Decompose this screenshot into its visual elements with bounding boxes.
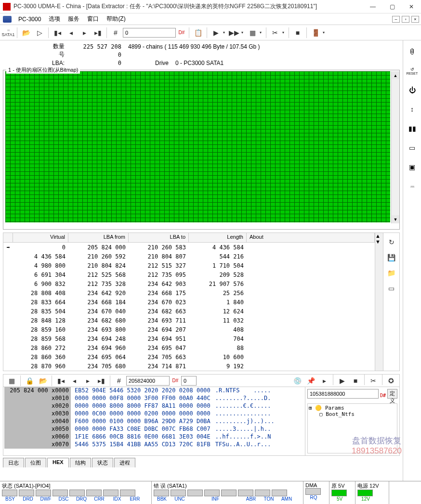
hex-offset-input[interactable] [181,376,197,386]
hex-row[interactable]: x00705446 5375 15B4 41BB AA55 CD13 720C … [3,441,305,449]
stop-icon[interactable]: ■ [291,26,304,39]
hex-grid-icon[interactable]: ▦ [5,375,18,387]
side-reset-icon[interactable]: ↺RESET [406,65,419,77]
hex-compass-icon[interactable]: ✪ [385,375,397,387]
menu-services[interactable]: 服务 [64,14,83,24]
sata-selector[interactable]: ⎓SATA1 [2,26,14,39]
tools-icon[interactable]: ✂ [269,26,281,39]
chain-scrollbar[interactable]: ▲ ▼ [375,233,383,371]
side-db-icon[interactable]: 🛢 [406,45,419,58]
hex-row[interactable]: x00500000 0000 FA33 C08E D0BC 007C FB68 … [3,426,305,433]
table-row[interactable]: ➡0205 824 000210 260 5834 436 584 [3,243,375,252]
table-row[interactable]: 28 808 408234 642 920234 668 17525 256 [3,288,375,297]
hex-row[interactable]: x0040F600 0000 0100 0000 B96A 29D0 A729 … [3,418,305,426]
side-connector-icon[interactable]: ⎓ [406,180,419,193]
table-row[interactable]: 4 980 800210 804 824212 515 3271 710 504 [3,261,375,270]
mdi-minimize[interactable]: – [392,16,400,23]
params-input[interactable] [307,389,379,399]
params-marker[interactable]: D# [380,389,386,401]
col-lba-to[interactable]: LBA to [129,233,189,242]
hex-play-icon[interactable]: ▶ [336,375,348,387]
exit-icon[interactable]: 🚪 [309,26,322,39]
tab-日志[interactable]: 日志 [3,458,24,467]
menu-help[interactable]: 帮助(Z) [103,14,129,24]
next-icon[interactable]: ▸ [78,26,91,39]
col-length[interactable]: Length [189,233,247,242]
app-name[interactable]: PC-3000 [14,15,45,24]
hex-lba-input[interactable] [126,376,170,386]
play-icon[interactable]: ▶ [210,26,222,39]
scroll-down-icon[interactable]: ▼ [392,215,399,223]
hex-disk-icon[interactable]: 💿 [291,375,303,387]
hash-icon[interactable]: # [109,26,122,39]
refresh-icon[interactable]: ↻ [385,236,398,248]
hex-row[interactable]: x00601F1E 6866 00CB 8816 0E00 6681 3E03 … [3,433,305,441]
close-button[interactable]: ✕ [402,0,421,13]
table-row[interactable]: 6 691 304212 525 568212 735 095209 528 [3,270,375,279]
hex-stop-icon[interactable]: ■ [349,375,362,387]
define-button[interactable]: 定义 [387,389,397,399]
tree-boot-ntfs[interactable]: ▢ Boot_Ntfs [309,411,396,417]
prev-icon[interactable]: ◂ [65,26,77,39]
mdi-restore[interactable]: ▫ [402,16,409,23]
hex-next-icon[interactable]: ▸ [81,375,94,387]
hex-pin-icon[interactable]: 📌 [304,375,317,387]
tab-状态[interactable]: 状态 [92,458,113,467]
hex-first-icon[interactable]: ▮◂ [54,375,67,387]
hex-hash-icon[interactable]: # [113,375,125,387]
hex-nav-icon[interactable]: ▸ [318,375,330,387]
side-pause-icon[interactable]: ▮▮ [406,122,419,135]
copy-icon[interactable]: 📋 [192,26,204,39]
grid-icon[interactable]: ▦ [246,26,259,39]
table-row[interactable]: 28 860 272234 694 960234 695 04788 [3,343,375,352]
mdi-close[interactable]: × [411,16,419,23]
col-virtual[interactable]: Virtual [13,233,68,242]
tab-进程[interactable]: 进程 [114,458,135,467]
menu-window[interactable]: 窗口 [83,14,103,24]
scroll-up-icon[interactable]: ▲ [392,71,399,79]
table-row[interactable]: 28 870 960234 705 680234 714 8719 192 [3,362,375,371]
run-icon[interactable]: ▷ [33,26,46,39]
tab-HEX[interactable]: HEX [47,458,69,467]
table-row[interactable]: 28 860 360234 695 064234 705 66310 600 [3,352,375,362]
table-row[interactable]: 28 833 664234 668 184234 670 0231 840 [3,297,375,307]
hex-marker[interactable]: D# [171,375,180,387]
hex-tools-icon[interactable]: ✂ [367,375,380,387]
hex-row[interactable]: 205 824 000 x0000EB52 904E 5446 5320 202… [3,387,305,395]
marker-d[interactable]: D# [177,26,186,39]
maximize-button[interactable]: ▢ [382,0,402,13]
save-icon[interactable]: 💾 [385,251,398,264]
fast-play-icon[interactable]: ▶▶ [228,26,240,39]
table-row[interactable]: 28 859 160234 693 800234 694 207408 [3,325,375,334]
tab-位图[interactable]: 位图 [25,458,46,467]
hex-lock-icon[interactable]: 🔒 [23,375,36,387]
doc-icon[interactable]: ▭ [385,282,398,295]
scroll-down-icon[interactable]: ▼ [375,239,383,245]
hex-row[interactable]: x00100000 0000 00F8 0000 3F00 FF00 00A0 … [3,395,305,402]
scroll-up-icon[interactable]: ▲ [375,233,383,239]
table-row[interactable]: 28 848 128234 682 680234 693 71111 032 [3,316,375,325]
open-icon[interactable]: 📂 [20,26,32,39]
lba-input[interactable] [123,28,176,38]
hex-last-icon[interactable]: ▸▮ [95,375,107,387]
folder-icon[interactable]: 📁 [385,267,398,279]
hex-open-icon[interactable]: 📂 [37,375,49,387]
table-row[interactable]: 28 835 504234 670 040234 682 66312 624 [3,307,375,316]
first-icon[interactable]: ▮◂ [51,26,64,39]
side-power-icon[interactable]: ⏻ [406,84,419,96]
side-chip-icon[interactable]: ▣ [406,161,419,173]
table-row[interactable]: 6 900 832212 735 328234 642 90321 907 57… [3,279,375,288]
side-signal-icon[interactable]: ↕ [406,103,419,116]
table-row[interactable]: 4 436 584210 260 592210 804 807544 216 [3,252,375,261]
side-monitor-icon[interactable]: ▭ [406,142,419,154]
bitmap-grid[interactable] [5,71,390,222]
col-lba-from[interactable]: LBA from [68,233,129,242]
tab-结构[interactable]: 结构 [70,458,91,467]
hex-row[interactable]: x00200000 0000 8000 8000 FF87 8A11 0000 … [3,402,305,410]
last-icon[interactable]: ▸▮ [92,26,104,39]
table-row[interactable]: 28 859 568234 694 248234 694 951704 [3,334,375,343]
tree-params[interactable]: ⊞ 🟡 Params [309,405,396,411]
menu-options[interactable]: 选项 [45,14,64,24]
bitmap-scrollbar[interactable]: ▲ ▼ [391,71,399,223]
hex-prev-icon[interactable]: ◂ [68,375,80,387]
